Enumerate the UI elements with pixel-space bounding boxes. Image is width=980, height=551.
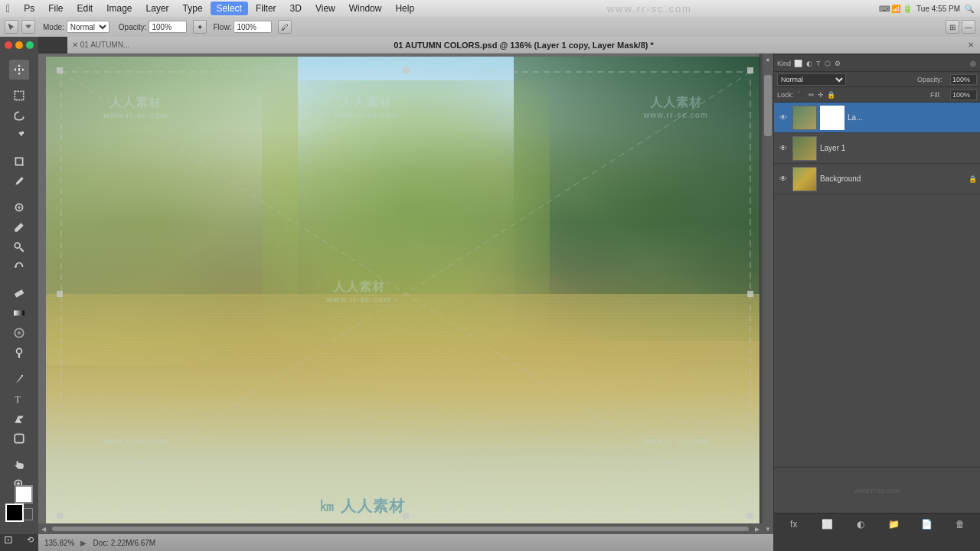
- right-panels: Layers ▲▼ ≡ Kind ⬜ ◐ T ⬡ ⚙ ◎ Normal Mult…: [773, 37, 980, 534]
- hand-tool[interactable]: [9, 455, 29, 474]
- maximize-window-btn[interactable]: [26, 41, 34, 49]
- crop-tool[interactable]: [9, 152, 29, 171]
- layer-item-copy[interactable]: 👁 La...: [774, 103, 980, 133]
- vscroll-thumb[interactable]: [764, 75, 772, 136]
- add-adjustment-btn[interactable]: ◐: [854, 517, 867, 531]
- close-window-btn[interactable]: [5, 41, 12, 49]
- new-layer-btn[interactable]: 📄: [920, 517, 934, 531]
- dodge-tool[interactable]: [9, 343, 29, 363]
- menu-3d[interactable]: 3D: [284, 2, 308, 15]
- layer-visibility-bg[interactable]: 👁: [777, 173, 789, 185]
- mode-select[interactable]: Normal Multiply Screen: [67, 21, 109, 33]
- lock-all-icon[interactable]: 🔒: [827, 91, 835, 99]
- minimize-panel-btn[interactable]: —: [962, 20, 975, 34]
- layer-thumb-img-1: [793, 137, 816, 160]
- menu-window[interactable]: Window: [343, 2, 388, 15]
- new-group-btn[interactable]: 📁: [887, 517, 900, 531]
- autumn-image: 人人素材 www.rr-sc.com 人人素材 www.rr-sc.com 人人…: [46, 57, 766, 531]
- add-mask-btn[interactable]: ⬜: [820, 517, 834, 531]
- add-fx-btn[interactable]: fx: [787, 517, 801, 531]
- stylus-btn[interactable]: 🖊: [278, 20, 292, 34]
- kind-label: Kind: [777, 60, 791, 67]
- tool-preset-btn[interactable]: [21, 20, 35, 34]
- layer-visibility-1[interactable]: 👁: [777, 142, 789, 155]
- layer-mask-thumb-copy[interactable]: [820, 106, 844, 130]
- layer-thumb-img-bg: [793, 168, 816, 191]
- hscroll-thumb[interactable]: [52, 527, 749, 531]
- screen-mode-btn[interactable]: ⊡: [0, 530, 18, 549]
- eyedropper-tool[interactable]: [9, 171, 29, 191]
- filter-adj-icon[interactable]: ◐: [805, 59, 813, 68]
- layer-name-copy: La...: [848, 113, 977, 122]
- flow-input[interactable]: [234, 21, 272, 33]
- left-toolbar: T ⊡ ⟲: [0, 37, 38, 534]
- path-select-tool[interactable]: [9, 409, 29, 429]
- background-color[interactable]: [15, 485, 33, 504]
- menu-select[interactable]: Select: [211, 2, 248, 15]
- clone-stamp-tool[interactable]: [9, 237, 29, 257]
- layer-item-1[interactable]: 👁 Layer 1: [774, 133, 980, 164]
- lock-position-icon[interactable]: ✛: [818, 91, 824, 99]
- type-tool[interactable]: T: [9, 389, 29, 409]
- panel-close-btn[interactable]: ✕: [968, 41, 974, 49]
- brush-tool[interactable]: [9, 217, 29, 237]
- shape-tool[interactable]: [9, 429, 29, 448]
- layer-item-background[interactable]: 👁 Background 🔒: [774, 164, 980, 194]
- lock-label: Lock:: [777, 91, 794, 99]
- svg-rect-13: [15, 434, 23, 442]
- foreground-color[interactable]: [5, 504, 24, 522]
- minimize-window-btn[interactable]: [15, 41, 23, 49]
- filter-shape-icon[interactable]: ⬡: [824, 59, 831, 68]
- blend-mode-select[interactable]: Normal Multiply Screen Overlay: [777, 73, 846, 86]
- spotlight-icon[interactable]: 🔍: [965, 5, 974, 13]
- rectangular-marquee-tool[interactable]: [9, 86, 29, 106]
- hscroll-right[interactable]: ▶: [752, 523, 763, 534]
- filter-pixel-icon[interactable]: ⬜: [793, 59, 803, 68]
- menu-layer[interactable]: Layer: [140, 2, 175, 15]
- gradient-tool[interactable]: [9, 303, 29, 323]
- filter-smart-icon[interactable]: ⚙: [834, 59, 841, 68]
- menu-edit[interactable]: Edit: [70, 2, 99, 15]
- menu-filter[interactable]: Filter: [250, 2, 283, 15]
- menu-view[interactable]: View: [309, 2, 341, 15]
- menu-help[interactable]: Help: [389, 2, 420, 15]
- fill-input[interactable]: [950, 90, 977, 100]
- menu-file[interactable]: File: [42, 2, 69, 15]
- menu-ps[interactable]: Ps: [18, 2, 41, 15]
- menu-type[interactable]: Type: [177, 2, 209, 15]
- lock-pixels-icon[interactable]: ✏: [808, 91, 815, 99]
- tool-group-move: [0, 60, 38, 80]
- apple-menu[interactable]: : [6, 2, 10, 15]
- eraser-tool[interactable]: [9, 283, 29, 303]
- move-tool[interactable]: [9, 60, 29, 80]
- svg-point-2: [21, 132, 24, 134]
- pen-tool[interactable]: [9, 369, 29, 389]
- layer-lock-icon-bg: 🔒: [969, 175, 977, 183]
- panel-arrange-btn[interactable]: ⊞: [946, 20, 959, 34]
- layer-visibility-copy[interactable]: 👁: [777, 112, 789, 124]
- opacity-input[interactable]: [149, 21, 187, 33]
- filter-type-icon[interactable]: T: [815, 59, 822, 68]
- lock-transparent-icon[interactable]: ⬛: [797, 91, 805, 99]
- lock-fill-row: Lock: ⬛ ✏ ✛ 🔒 Fill:: [774, 87, 980, 103]
- menu-image[interactable]: Image: [100, 2, 138, 15]
- opacity-row-input[interactable]: [950, 74, 977, 85]
- airbrush-btn[interactable]: ✦: [193, 20, 207, 34]
- status-arrow[interactable]: ▶: [80, 539, 87, 547]
- options-bar: Mode: Normal Multiply Screen Opacity: ✦ …: [0, 17, 980, 37]
- delete-layer-btn[interactable]: 🗑: [953, 517, 967, 531]
- vscroll-down[interactable]: ▼: [763, 523, 773, 534]
- lasso-tool[interactable]: [9, 106, 29, 126]
- magic-wand-tool[interactable]: [9, 126, 29, 145]
- spot-heal-tool[interactable]: [9, 197, 29, 217]
- horizontal-scrollbar[interactable]: ◀ ▶: [38, 523, 763, 534]
- layer-thumb-bg: [792, 167, 817, 191]
- layer-name-1: Layer 1: [820, 144, 977, 152]
- vscroll-up[interactable]: ▲: [763, 54, 773, 64]
- blur-tool[interactable]: [9, 323, 29, 343]
- history-brush-tool[interactable]: [9, 257, 29, 277]
- filter-toggle-icon[interactable]: ◎: [969, 59, 977, 68]
- rotate-view-btn[interactable]: ⟲: [21, 530, 41, 549]
- vertical-scrollbar[interactable]: ▲ ▼: [763, 54, 773, 534]
- svg-rect-1: [15, 91, 23, 99]
